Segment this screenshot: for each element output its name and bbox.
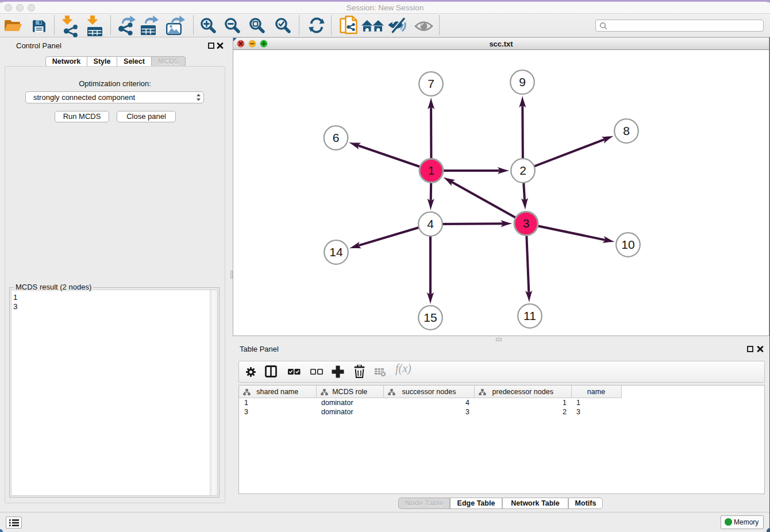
svg-text:11: 11 — [523, 309, 536, 322]
svg-text:9: 9 — [519, 75, 526, 88]
svg-text:3: 3 — [523, 217, 530, 230]
svg-text:4: 4 — [427, 217, 434, 230]
svg-text:8: 8 — [623, 124, 630, 137]
svg-text:2: 2 — [519, 164, 526, 177]
svg-text:15: 15 — [424, 311, 437, 324]
svg-text:6: 6 — [333, 131, 340, 144]
svg-text:10: 10 — [621, 238, 634, 251]
svg-text:7: 7 — [428, 77, 434, 90]
svg-text:14: 14 — [329, 245, 343, 259]
svg-text:1: 1 — [428, 164, 435, 177]
